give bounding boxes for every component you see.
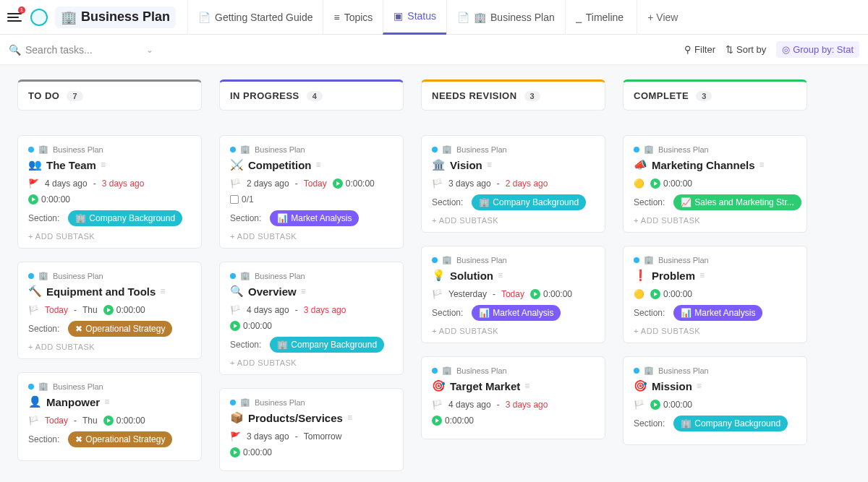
priority-flag-icon[interactable]: 🏳️ [432,400,443,410]
priority-flag-icon[interactable]: 🏳️ [432,289,443,299]
menu-icon[interactable]: 1 [6,9,23,26]
add-subtask-button[interactable]: + ADD SUBTASK [28,232,191,241]
task-card[interactable]: 🏢Business Plan🏛️Vision≡🏳️3 days ago-2 da… [421,135,605,233]
card-icon: 🔍 [230,285,244,298]
group-button[interactable]: ◎ Group by: Stat [776,41,859,58]
priority-flag-icon[interactable]: 🏳️ [28,305,39,315]
priority-flag-icon[interactable]: 🚩 [230,431,241,442]
timer[interactable]: 0:00:00 [650,178,692,189]
timer[interactable]: 0:00:00 [432,416,474,426]
task-card[interactable]: 🏢Business Plan🔍Overview≡🏳️4 days ago-3 d… [219,262,404,375]
timer[interactable]: 0:00:00 [650,289,692,299]
task-card[interactable]: 🏢Business Plan👥The Team≡🚩4 days ago-3 da… [17,135,202,249]
priority-flag-icon[interactable]: 🏳️ [28,416,39,426]
card-meta: 🏳️4 days ago-3 days ago [432,400,595,410]
tab-getting-started-guide[interactable]: 📄Getting Started Guide [187,0,323,35]
section-label: Section: [28,324,59,334]
folder-icon: 🏢 [644,366,654,375]
add-subtask-button[interactable]: + ADD SUBTASK [230,232,393,241]
add-subtask-button[interactable]: + ADD SUBTASK [28,343,191,351]
task-card[interactable]: 🏢Business Plan👤Manpower≡🏳️Today-Thu0:00:… [17,372,202,461]
task-card[interactable]: 🏢Business Plan💡Solution≡🏳️Yesterday-Toda… [421,246,605,343]
drag-icon: ≡ [104,397,109,407]
timer[interactable]: 0:00:00 [230,447,272,457]
card-icon: 🎯 [432,379,446,392]
add-view-button[interactable]: + View [637,0,688,35]
section-tag[interactable]: 🏢Company Background [68,210,182,226]
timer-value: 0:00:00 [116,305,145,315]
priority-flag-icon[interactable]: 🟡 [634,178,644,189]
play-icon [530,289,540,299]
task-card[interactable]: 🏢Business Plan❗Problem≡🟡0:00:00Section:📊… [623,246,807,343]
priority-flag-icon[interactable]: 🏳️ [634,400,644,410]
add-subtask-button[interactable]: + ADD SUBTASK [634,327,796,335]
section-tag[interactable]: 📊Market Analysis [673,305,762,321]
timer[interactable]: 0:00:00 [103,416,145,426]
column-header[interactable]: IN PROGRESS4 [219,79,404,111]
tab-timeline[interactable]: ⎯Timeline [565,0,634,35]
section-row: Section:🏢Company Background [230,337,393,353]
priority-flag-icon[interactable]: 🟡 [634,289,644,299]
filter-button[interactable]: ⚲ Filter [684,44,715,55]
due-date: 3 days ago [102,178,145,189]
column-header[interactable]: TO DO7 [17,79,202,111]
drag-icon: ≡ [498,270,503,280]
start-date: Today [45,416,68,426]
crumb-text: Business Plan [53,382,103,391]
column-header[interactable]: NEEDS REVISION3 [421,79,605,111]
task-card[interactable]: 🏢Business Plan📦Products/Services≡🚩3 days… [219,388,404,471]
priority-flag-icon[interactable]: 🏳️ [230,178,241,189]
task-card[interactable]: 🏢Business Plan🎯Mission≡🏳️0:00:00Section:… [623,356,807,445]
card-timer-row: 0:00:00 [230,321,393,331]
page-title[interactable]: 🏢 Business Plan [55,7,176,28]
date-sep: - [295,178,298,189]
task-card[interactable]: 🏢Business Plan⚔️Competition≡🏳️2 days ago… [219,135,404,249]
task-card[interactable]: 🏢Business Plan📣Marketing Channels≡🟡0:00:… [623,135,807,233]
toolbar: 🔍 Search tasks... ⌄ ⚲ Filter ⇅ Sort by ◎… [0,35,868,65]
section-tag[interactable]: 📊Market Analysis [472,305,561,321]
priority-flag-icon[interactable]: 🏳️ [230,305,241,315]
add-subtask-button[interactable]: + ADD SUBTASK [432,327,595,335]
card-breadcrumb: 🏢Business Plan [28,271,191,280]
chevron-down-icon: ⌄ [146,45,153,55]
logo-icon[interactable] [30,9,48,26]
task-card[interactable]: 🏢Business Plan🔨Equipment and Tools≡🏳️Tod… [17,262,202,359]
section-label: Section: [634,308,665,318]
section-label: Section: [432,197,463,207]
timer[interactable]: 0:00:00 [230,321,272,331]
subtask-progress[interactable]: 0/1 [230,194,393,205]
section-tag[interactable]: 🏢Company Background [673,416,788,431]
timer[interactable]: 0:00:00 [28,194,70,205]
section-tag[interactable]: 🏢Company Background [270,337,384,353]
add-subtask-button[interactable]: + ADD SUBTASK [230,358,393,367]
tab-status[interactable]: ▣Status [383,0,446,35]
section-tag[interactable]: ✖Operational Strategy [68,321,172,337]
section-tag[interactable]: 📊Market Analysis [270,210,359,226]
section-tag[interactable]: 📈Sales and Marketing Str... [673,194,801,210]
search-input[interactable]: 🔍 Search tasks... ⌄ [9,44,153,56]
add-subtask-button[interactable]: + ADD SUBTASK [432,216,595,225]
priority-flag-icon[interactable]: 🚩 [28,178,39,189]
play-icon [650,400,660,410]
timer[interactable]: 0:00:00 [650,400,692,410]
section-tag[interactable]: ✖Operational Strategy [68,431,172,447]
section-tag[interactable]: 🏢Company Background [472,194,586,210]
card-meta: 🏳️4 days ago-3 days ago [230,305,393,315]
timer-value: 0:00:00 [243,447,272,457]
timer[interactable]: 0:00:00 [333,178,375,189]
tab-business-plan[interactable]: 📄🏢Business Plan [446,0,565,35]
add-subtask-button[interactable]: + ADD SUBTASK [634,216,796,225]
due-date: Thu [82,416,98,426]
tag-text: Company Background [493,197,579,207]
tag-text: Sales and Marketing Str... [694,197,793,207]
sort-label: Sort by [736,44,766,55]
tab-topics[interactable]: ≡Topics [323,0,383,35]
folder-icon: 🏢 [644,145,654,154]
task-card[interactable]: 🏢Business Plan🎯Target Market≡🏳️4 days ag… [421,356,605,439]
section-label: Section: [634,197,665,207]
sort-button[interactable]: ⇅ Sort by [726,44,766,55]
priority-flag-icon[interactable]: 🏳️ [432,178,443,189]
timer[interactable]: 0:00:00 [103,305,145,315]
timer[interactable]: 0:00:00 [530,289,572,299]
column-header[interactable]: COMPLETE3 [623,79,807,111]
